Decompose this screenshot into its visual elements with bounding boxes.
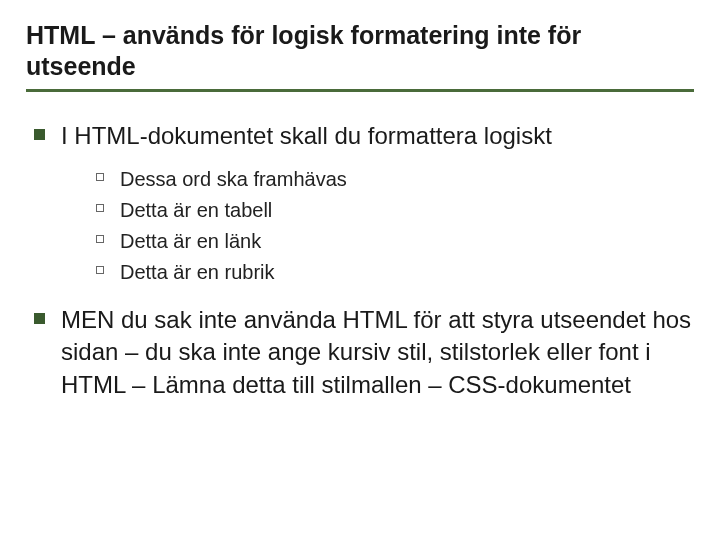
subbullet-1-text: Dessa ord ska framhävas <box>120 166 347 193</box>
bullet-list: I HTML-dokumentet skall du formattera lo… <box>26 120 694 402</box>
hollow-square-icon <box>96 173 104 181</box>
slide-title: HTML – används för logisk formatering in… <box>26 20 694 83</box>
bullet-1: I HTML-dokumentet skall du formattera lo… <box>26 120 694 152</box>
bullet-1-text: I HTML-dokumentet skall du formattera lo… <box>61 120 552 152</box>
hollow-square-icon <box>96 235 104 243</box>
square-bullet-icon <box>34 313 45 324</box>
subbullet-3-text: Detta är en länk <box>120 228 261 255</box>
slide: HTML – används för logisk formatering in… <box>0 0 720 540</box>
subbullet-1: Dessa ord ska framhävas <box>26 166 694 193</box>
bullet-2: MEN du sak inte använda HTML för att sty… <box>26 304 694 401</box>
hollow-square-icon <box>96 204 104 212</box>
subbullet-2: Detta är en tabell <box>26 197 694 224</box>
square-bullet-icon <box>34 129 45 140</box>
bullet-2-text: MEN du sak inte använda HTML för att sty… <box>61 304 694 401</box>
title-block: HTML – används för logisk formatering in… <box>26 20 694 92</box>
subbullet-3: Detta är en länk <box>26 228 694 255</box>
sublist: Dessa ord ska framhävas Detta är en tabe… <box>26 166 694 286</box>
hollow-square-icon <box>96 266 104 274</box>
sublist-container: Dessa ord ska framhävas Detta är en tabe… <box>26 166 694 286</box>
subbullet-2-text: Detta är en tabell <box>120 197 272 224</box>
subbullet-4: Detta är en rubrik <box>26 259 694 286</box>
subbullet-4-text: Detta är en rubrik <box>120 259 275 286</box>
